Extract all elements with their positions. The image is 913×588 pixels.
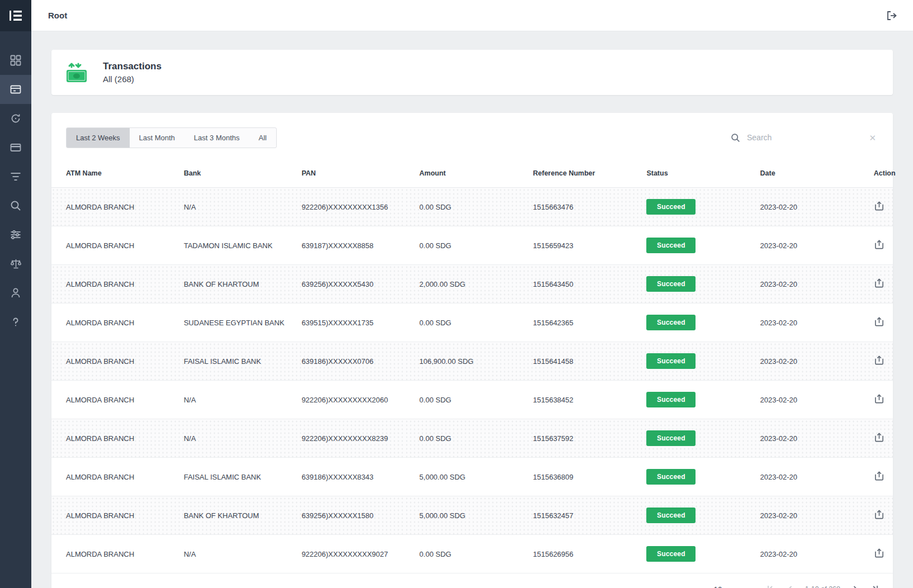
cell-atm-name: ALMORDA BRANCH: [51, 458, 169, 496]
cell-bank: FAISAL ISLAMIC BANK: [169, 458, 287, 496]
open-transaction-button[interactable]: [874, 239, 884, 250]
col-atm-name: ATM Name: [51, 162, 169, 188]
open-transaction-button[interactable]: [874, 509, 884, 520]
cell-reference: 1515641458: [518, 342, 632, 381]
cell-reference: 1515626956: [518, 535, 632, 573]
cell-reference: 1515643450: [518, 265, 632, 304]
cell-atm-name: ALMORDA BRANCH: [51, 265, 169, 304]
cell-bank: N/A: [169, 535, 287, 573]
cell-bank: N/A: [169, 419, 287, 458]
search-nav-icon: [10, 200, 21, 211]
page-subtitle: All (268): [103, 74, 162, 84]
sidebar-item-help[interactable]: [0, 307, 31, 336]
cell-atm-name: ALMORDA BRANCH: [51, 226, 169, 265]
cell-date: 2023-02-20: [746, 188, 859, 226]
previous-page-button[interactable]: [785, 584, 795, 588]
open-transaction-button[interactable]: [874, 316, 884, 327]
table-header-row: ATM Name Bank PAN Amount Reference Numbe…: [51, 162, 893, 188]
cell-amount: 0.00 SDG: [405, 304, 518, 342]
scales-icon: [10, 258, 22, 269]
col-action: Action: [859, 162, 893, 188]
table-row: ALMORDA BRANCHN/A922206)XXXXXXXXX82390.0…: [51, 419, 893, 458]
cell-date: 2023-02-20: [746, 342, 859, 381]
open-transaction-button[interactable]: [874, 471, 884, 481]
table-row: ALMORDA BRANCHN/A922206)XXXXXXXXX20600.0…: [51, 381, 893, 419]
cell-pan: 639187)XXXXXX8858: [287, 226, 405, 265]
table-row: ALMORDA BRANCHBANK OF KHARTOUM639256)XXX…: [51, 265, 893, 304]
tab-last-2-weeks[interactable]: Last 2 Weeks: [67, 128, 130, 148]
sidebar-item-search[interactable]: [0, 191, 31, 220]
tab-last-month[interactable]: Last Month: [130, 128, 185, 148]
cell-reference: 1515638452: [518, 381, 632, 419]
sidebar-item-filters[interactable]: [0, 162, 31, 191]
funnel-icon: [10, 172, 21, 182]
table-row: ALMORDA BRANCHN/A922206)XXXXXXXXX13560.0…: [51, 188, 893, 226]
open-transaction-button[interactable]: [874, 432, 884, 443]
cell-amount: 106,900.00 SDG: [405, 342, 518, 381]
sliders-icon: [10, 229, 21, 240]
sidebar-item-reconciliation[interactable]: [0, 249, 31, 278]
status-badge: Succeed: [646, 469, 696, 485]
first-page-button[interactable]: [765, 584, 775, 588]
cell-atm-name: ALMORDA BRANCH: [51, 496, 169, 535]
cell-amount: 5,000.00 SDG: [405, 496, 518, 535]
logout-icon: [886, 10, 898, 21]
tab-last-3-months[interactable]: Last 3 Months: [185, 128, 249, 148]
open-transaction-button[interactable]: [874, 548, 884, 558]
app-logo[interactable]: [0, 0, 31, 31]
cell-bank: N/A: [169, 381, 287, 419]
rows-per-page-select[interactable]: 10 rows ▼: [714, 585, 750, 588]
pagination-bar: 10 rows ▼ 1-10 of 268: [51, 573, 893, 588]
search-input[interactable]: [746, 132, 863, 143]
sidebar-item-dashboard[interactable]: [0, 46, 31, 75]
card-icon: [10, 142, 21, 153]
cell-pan: 922206)XXXXXXXXX2060: [287, 381, 405, 419]
sidebar-item-users[interactable]: [0, 278, 31, 307]
tab-all[interactable]: All: [249, 128, 276, 148]
cell-date: 2023-02-20: [746, 458, 859, 496]
cell-date: 2023-02-20: [746, 381, 859, 419]
cell-date: 2023-02-20: [746, 535, 859, 573]
sidebar-item-cards[interactable]: [0, 133, 31, 162]
cell-pan: 922206)XXXXXXXXX1356: [287, 188, 405, 226]
cell-pan: 639186)XXXXXX8343: [287, 458, 405, 496]
sidebar-item-settings[interactable]: [0, 220, 31, 249]
last-page-button[interactable]: [871, 584, 881, 588]
cell-reference: 1515632457: [518, 496, 632, 535]
table-row: ALMORDA BRANCHSUDANESE EGYPTIAN BANK6395…: [51, 304, 893, 342]
open-transaction-button[interactable]: [874, 393, 884, 404]
cell-amount: 0.00 SDG: [405, 188, 518, 226]
open-transaction-button[interactable]: [874, 278, 884, 288]
logout-button[interactable]: [886, 10, 898, 21]
transactions-card: Last 2 WeeksLast MonthLast 3 MonthsAll ✕: [51, 113, 893, 588]
cell-reference: 1515642365: [518, 304, 632, 342]
col-bank: Bank: [169, 162, 287, 188]
col-reference: Reference Number: [518, 162, 632, 188]
transactions-table: ATM Name Bank PAN Amount Reference Numbe…: [51, 162, 893, 573]
sidebar-item-monitoring[interactable]: [0, 104, 31, 133]
cell-amount: 5,000.00 SDG: [405, 458, 518, 496]
filter-tabs: Last 2 WeeksLast MonthLast 3 MonthsAll: [66, 127, 277, 148]
cell-date: 2023-02-20: [746, 226, 859, 265]
table-row: ALMORDA BRANCHN/A922206)XXXXXXXXX90270.0…: [51, 535, 893, 573]
status-badge: Succeed: [646, 276, 696, 292]
main-content: Transactions All (268) Last 2 WeeksLast …: [31, 31, 913, 588]
question-icon: [10, 316, 21, 328]
next-page-button[interactable]: [850, 584, 860, 588]
table-controls: Last 2 WeeksLast MonthLast 3 MonthsAll ✕: [51, 113, 893, 162]
status-badge: Succeed: [646, 508, 696, 523]
cell-atm-name: ALMORDA BRANCH: [51, 188, 169, 226]
clear-search-icon[interactable]: ✕: [869, 134, 876, 142]
cell-atm-name: ALMORDA BRANCH: [51, 304, 169, 342]
open-transaction-button[interactable]: [874, 201, 884, 211]
cell-amount: 0.00 SDG: [405, 226, 518, 265]
table-row: ALMORDA BRANCHFAISAL ISLAMIC BANK639186)…: [51, 342, 893, 381]
page-header-card: Transactions All (268): [51, 50, 893, 95]
sidebar-item-transactions[interactable]: [0, 75, 31, 104]
sync-icon: [10, 113, 21, 124]
cell-pan: 922206)XXXXXXXXX9027: [287, 535, 405, 573]
cell-pan: 639186)XXXXXX0706: [287, 342, 405, 381]
pagination-range: 1-10 of 268: [805, 585, 840, 588]
open-transaction-button[interactable]: [874, 355, 884, 366]
cell-reference: 1515663476: [518, 188, 632, 226]
